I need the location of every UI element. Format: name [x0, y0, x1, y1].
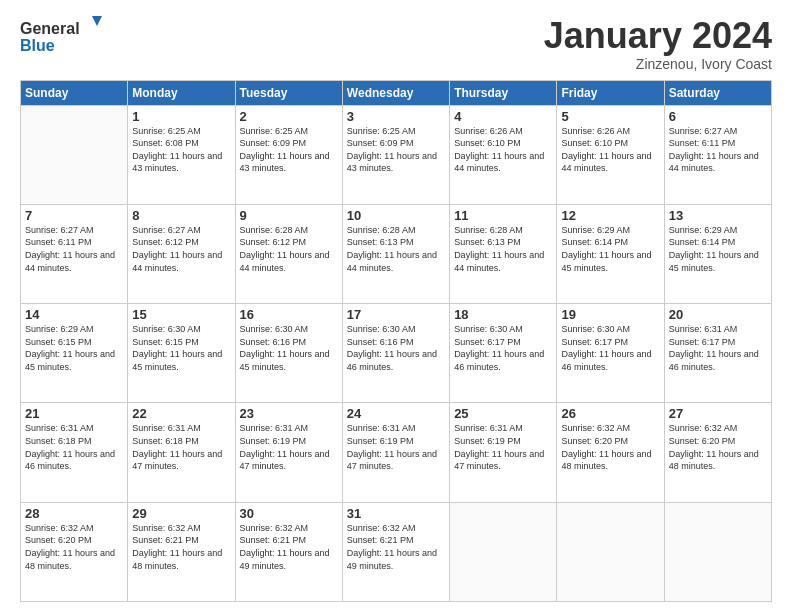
- day-number: 11: [454, 208, 552, 223]
- day-info: Sunrise: 6:30 AM Sunset: 6:17 PM Dayligh…: [561, 323, 659, 373]
- sunset-text: Sunset: 6:13 PM: [347, 236, 445, 249]
- calendar-cell: [450, 502, 557, 601]
- sunset-text: Sunset: 6:11 PM: [669, 137, 767, 150]
- sunrise-text: Sunrise: 6:30 AM: [347, 323, 445, 336]
- day-number: 13: [669, 208, 767, 223]
- sunrise-text: Sunrise: 6:31 AM: [347, 422, 445, 435]
- daylight-text: Daylight: 11 hours and 46 minutes.: [669, 348, 767, 373]
- day-number: 15: [132, 307, 230, 322]
- sunset-text: Sunset: 6:08 PM: [132, 137, 230, 150]
- sunset-text: Sunset: 6:16 PM: [347, 336, 445, 349]
- calendar-cell: [557, 502, 664, 601]
- sunrise-text: Sunrise: 6:26 AM: [561, 125, 659, 138]
- sunset-text: Sunset: 6:19 PM: [240, 435, 338, 448]
- month-title: January 2024: [544, 16, 772, 56]
- day-number: 12: [561, 208, 659, 223]
- daylight-text: Daylight: 11 hours and 44 minutes.: [25, 249, 123, 274]
- calendar-cell: 5 Sunrise: 6:26 AM Sunset: 6:10 PM Dayli…: [557, 105, 664, 204]
- calendar-cell: 7 Sunrise: 6:27 AM Sunset: 6:11 PM Dayli…: [21, 204, 128, 303]
- sunrise-text: Sunrise: 6:25 AM: [240, 125, 338, 138]
- sunrise-text: Sunrise: 6:32 AM: [25, 522, 123, 535]
- week-row-2: 7 Sunrise: 6:27 AM Sunset: 6:11 PM Dayli…: [21, 204, 772, 303]
- header-wednesday: Wednesday: [342, 80, 449, 105]
- sunrise-text: Sunrise: 6:32 AM: [240, 522, 338, 535]
- day-number: 17: [347, 307, 445, 322]
- daylight-text: Daylight: 11 hours and 44 minutes.: [454, 249, 552, 274]
- day-info: Sunrise: 6:30 AM Sunset: 6:16 PM Dayligh…: [240, 323, 338, 373]
- calendar-cell: 18 Sunrise: 6:30 AM Sunset: 6:17 PM Dayl…: [450, 304, 557, 403]
- calendar-cell: 23 Sunrise: 6:31 AM Sunset: 6:19 PM Dayl…: [235, 403, 342, 502]
- sunrise-text: Sunrise: 6:26 AM: [454, 125, 552, 138]
- sunset-text: Sunset: 6:17 PM: [669, 336, 767, 349]
- daylight-text: Daylight: 11 hours and 47 minutes.: [454, 448, 552, 473]
- sunrise-text: Sunrise: 6:31 AM: [454, 422, 552, 435]
- sunset-text: Sunset: 6:19 PM: [347, 435, 445, 448]
- calendar-cell: [664, 502, 771, 601]
- day-number: 9: [240, 208, 338, 223]
- day-info: Sunrise: 6:31 AM Sunset: 6:18 PM Dayligh…: [25, 422, 123, 472]
- calendar-cell: 31 Sunrise: 6:32 AM Sunset: 6:21 PM Dayl…: [342, 502, 449, 601]
- day-info: Sunrise: 6:31 AM Sunset: 6:17 PM Dayligh…: [669, 323, 767, 373]
- calendar-cell: 6 Sunrise: 6:27 AM Sunset: 6:11 PM Dayli…: [664, 105, 771, 204]
- sunrise-text: Sunrise: 6:28 AM: [240, 224, 338, 237]
- page: General Blue January 2024 Zinzenou, Ivor…: [0, 0, 792, 612]
- calendar-cell: 14 Sunrise: 6:29 AM Sunset: 6:15 PM Dayl…: [21, 304, 128, 403]
- day-number: 1: [132, 109, 230, 124]
- day-info: Sunrise: 6:32 AM Sunset: 6:21 PM Dayligh…: [132, 522, 230, 572]
- calendar-cell: 4 Sunrise: 6:26 AM Sunset: 6:10 PM Dayli…: [450, 105, 557, 204]
- day-number: 29: [132, 506, 230, 521]
- header-friday: Friday: [557, 80, 664, 105]
- daylight-text: Daylight: 11 hours and 44 minutes.: [561, 150, 659, 175]
- day-info: Sunrise: 6:30 AM Sunset: 6:17 PM Dayligh…: [454, 323, 552, 373]
- day-number: 4: [454, 109, 552, 124]
- sunrise-text: Sunrise: 6:27 AM: [132, 224, 230, 237]
- sunrise-text: Sunrise: 6:32 AM: [132, 522, 230, 535]
- sunrise-text: Sunrise: 6:31 AM: [132, 422, 230, 435]
- day-info: Sunrise: 6:26 AM Sunset: 6:10 PM Dayligh…: [454, 125, 552, 175]
- day-info: Sunrise: 6:31 AM Sunset: 6:19 PM Dayligh…: [347, 422, 445, 472]
- daylight-text: Daylight: 11 hours and 48 minutes.: [669, 448, 767, 473]
- header-saturday: Saturday: [664, 80, 771, 105]
- header: General Blue January 2024 Zinzenou, Ivor…: [20, 16, 772, 72]
- sunset-text: Sunset: 6:17 PM: [454, 336, 552, 349]
- day-number: 19: [561, 307, 659, 322]
- sunset-text: Sunset: 6:21 PM: [240, 534, 338, 547]
- daylight-text: Daylight: 11 hours and 45 minutes.: [25, 348, 123, 373]
- daylight-text: Daylight: 11 hours and 47 minutes.: [347, 448, 445, 473]
- day-info: Sunrise: 6:27 AM Sunset: 6:12 PM Dayligh…: [132, 224, 230, 274]
- title-block: January 2024 Zinzenou, Ivory Coast: [544, 16, 772, 72]
- day-info: Sunrise: 6:29 AM Sunset: 6:14 PM Dayligh…: [669, 224, 767, 274]
- daylight-text: Daylight: 11 hours and 48 minutes.: [132, 547, 230, 572]
- calendar-cell: 27 Sunrise: 6:32 AM Sunset: 6:20 PM Dayl…: [664, 403, 771, 502]
- day-number: 27: [669, 406, 767, 421]
- sunset-text: Sunset: 6:18 PM: [132, 435, 230, 448]
- day-number: 10: [347, 208, 445, 223]
- daylight-text: Daylight: 11 hours and 43 minutes.: [240, 150, 338, 175]
- sunrise-text: Sunrise: 6:32 AM: [669, 422, 767, 435]
- day-info: Sunrise: 6:29 AM Sunset: 6:15 PM Dayligh…: [25, 323, 123, 373]
- daylight-text: Daylight: 11 hours and 44 minutes.: [132, 249, 230, 274]
- daylight-text: Daylight: 11 hours and 46 minutes.: [25, 448, 123, 473]
- day-number: 5: [561, 109, 659, 124]
- calendar-cell: 8 Sunrise: 6:27 AM Sunset: 6:12 PM Dayli…: [128, 204, 235, 303]
- day-info: Sunrise: 6:25 AM Sunset: 6:09 PM Dayligh…: [347, 125, 445, 175]
- sunrise-text: Sunrise: 6:29 AM: [561, 224, 659, 237]
- day-info: Sunrise: 6:32 AM Sunset: 6:20 PM Dayligh…: [669, 422, 767, 472]
- day-info: Sunrise: 6:26 AM Sunset: 6:10 PM Dayligh…: [561, 125, 659, 175]
- calendar-cell: 11 Sunrise: 6:28 AM Sunset: 6:13 PM Dayl…: [450, 204, 557, 303]
- sunset-text: Sunset: 6:18 PM: [25, 435, 123, 448]
- logo-svg: General Blue: [20, 16, 110, 56]
- calendar-cell: 29 Sunrise: 6:32 AM Sunset: 6:21 PM Dayl…: [128, 502, 235, 601]
- day-number: 6: [669, 109, 767, 124]
- sunrise-text: Sunrise: 6:27 AM: [669, 125, 767, 138]
- daylight-text: Daylight: 11 hours and 43 minutes.: [132, 150, 230, 175]
- calendar-cell: 10 Sunrise: 6:28 AM Sunset: 6:13 PM Dayl…: [342, 204, 449, 303]
- day-info: Sunrise: 6:31 AM Sunset: 6:19 PM Dayligh…: [454, 422, 552, 472]
- daylight-text: Daylight: 11 hours and 46 minutes.: [561, 348, 659, 373]
- header-monday: Monday: [128, 80, 235, 105]
- calendar-cell: 24 Sunrise: 6:31 AM Sunset: 6:19 PM Dayl…: [342, 403, 449, 502]
- day-info: Sunrise: 6:28 AM Sunset: 6:13 PM Dayligh…: [454, 224, 552, 274]
- daylight-text: Daylight: 11 hours and 47 minutes.: [240, 448, 338, 473]
- day-info: Sunrise: 6:32 AM Sunset: 6:21 PM Dayligh…: [240, 522, 338, 572]
- sunset-text: Sunset: 6:12 PM: [132, 236, 230, 249]
